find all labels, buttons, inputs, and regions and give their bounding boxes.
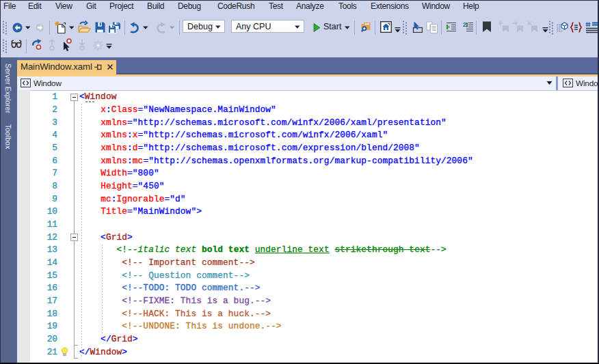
svg-text:2: 2: [463, 22, 466, 28]
